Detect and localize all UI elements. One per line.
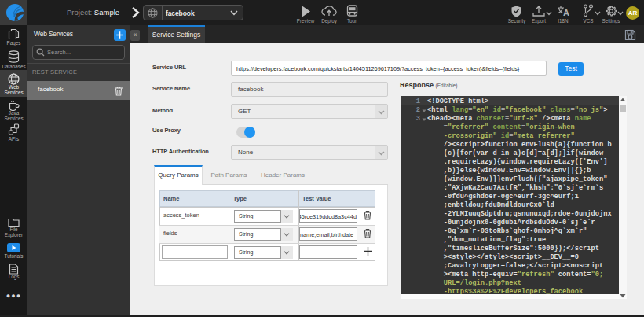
svg-text:A: A bbox=[563, 8, 569, 17]
